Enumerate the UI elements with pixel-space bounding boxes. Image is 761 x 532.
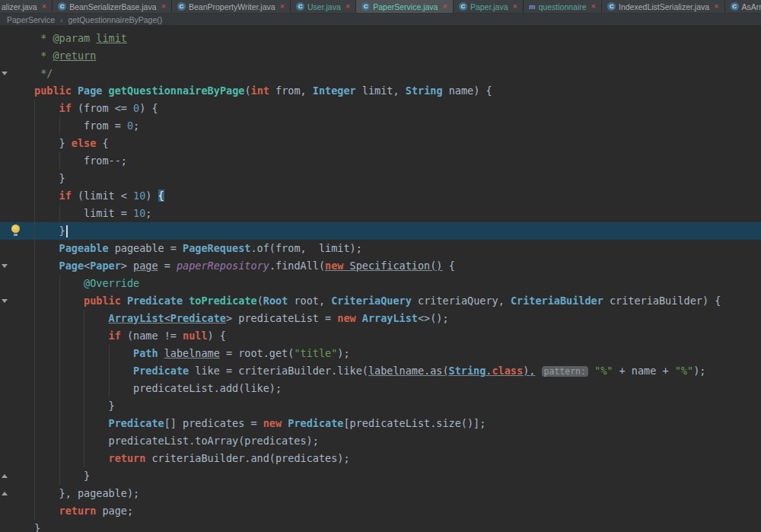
gutter (0, 135, 34, 152)
code-line[interactable]: } else { (0, 135, 761, 152)
code-line[interactable]: Path labelname = root.get("title"); (0, 345, 761, 362)
code-line[interactable]: if (limit < 10) { (0, 187, 761, 205)
code-token: [predicateList.size()]; (343, 417, 486, 429)
code-line[interactable]: * @param limit (0, 30, 761, 47)
code-token (183, 295, 189, 307)
code-line[interactable]: }, pageable); (0, 485, 761, 502)
code-line[interactable]: from = 0; (0, 117, 761, 135)
indent-guide (34, 205, 84, 222)
code-token: Path (133, 347, 158, 359)
indent-guide (34, 170, 59, 187)
tab-close-icon[interactable]: × (280, 2, 285, 11)
code-token: 0 (133, 102, 139, 114)
code-token: 10 (133, 207, 145, 219)
code-token: if (59, 190, 72, 202)
fold-down-icon[interactable] (2, 264, 8, 268)
code-token: criteriaQuery, (412, 295, 511, 307)
code-token: pattern: (542, 366, 588, 377)
tab-close-icon[interactable]: × (42, 2, 46, 11)
code-line[interactable]: } (0, 170, 761, 187)
code-token: ( (244, 84, 250, 97)
code-line[interactable]: predicateList.add(like); (0, 380, 761, 397)
code-token: Paper (90, 260, 121, 272)
code-token: } (34, 522, 40, 532)
tab-beanpropertywriter-java[interactable]: CBeanPropertyWriter.java× (172, 0, 291, 13)
indent-guide (34, 397, 109, 415)
indent-guide (34, 485, 59, 502)
tab-user-java[interactable]: CUser.java× (291, 0, 356, 13)
code-line[interactable]: if (from <= 0) { (0, 100, 761, 117)
intention-bulb-icon[interactable] (11, 225, 20, 233)
tab-close-icon[interactable]: × (714, 2, 718, 11)
indent-guide (34, 222, 59, 240)
tab-label: Paper.java (470, 2, 508, 11)
code-line[interactable]: } (0, 520, 761, 532)
code-token: toPredicate (189, 295, 256, 307)
tab-alizer-java[interactable]: alizer.java× (0, 0, 53, 13)
fold-up-icon[interactable] (2, 474, 8, 478)
code-line[interactable]: public Predicate toPredicate(Root root, … (0, 292, 761, 310)
code-token: + name + (613, 365, 674, 377)
code-token (121, 295, 127, 307)
code-line[interactable]: } (0, 467, 761, 485)
tab-close-icon[interactable]: × (345, 2, 350, 11)
code-token: getQuestionnaireByPage (109, 84, 245, 97)
tab-beanserializerbase-java[interactable]: CBeanSerializerBase.java× (53, 0, 172, 13)
fold-up-icon[interactable] (2, 492, 8, 495)
code-token: ), (523, 365, 535, 377)
gutter (0, 327, 34, 345)
code-line[interactable]: from--; (0, 152, 761, 170)
indent-guide (34, 117, 84, 135)
breadcrumb-item-method[interactable]: getQuestionnaireByPage() (68, 15, 163, 24)
tab-paper-java[interactable]: CPaper.java× (454, 0, 524, 13)
code-line[interactable]: Predicate[] predicates = new Predicate[p… (0, 415, 761, 432)
code-token: ) (145, 190, 158, 202)
code-line[interactable]: predicateList.toArray(predicates); (0, 432, 761, 450)
code-line[interactable]: @Override (0, 275, 761, 292)
gutter (0, 205, 34, 222)
code-token: Page (78, 84, 103, 97)
code-token: } (84, 470, 90, 482)
code-line[interactable]: Page<Paper> page = paperRepository.findA… (0, 257, 761, 275)
code-line[interactable]: ArrayList<Predicate> predicateList = new… (0, 310, 761, 327)
gutter (0, 222, 34, 240)
code-token: { (158, 190, 164, 202)
tab-close-icon[interactable]: × (591, 2, 596, 11)
fold-down-icon[interactable] (2, 72, 8, 75)
tab-indexedlistserializer-java[interactable]: CIndexedListSerializer.java× (602, 0, 725, 13)
fold-down-icon[interactable] (2, 299, 8, 303)
code-token: from = (84, 119, 127, 132)
java-class-icon: C (459, 2, 467, 11)
tab-label: BeanPropertyWriter.java (189, 2, 275, 11)
code-line[interactable]: if (name != null) { (0, 327, 761, 345)
code-token: > (121, 260, 133, 272)
code-line[interactable]: limit = 10; (0, 205, 761, 222)
code-token: labelname.as( (368, 365, 449, 377)
code-line[interactable]: return criteriaBuilder.and(predicates); (0, 450, 761, 467)
code-token: root, (288, 295, 331, 307)
code-token: (limit < (72, 190, 133, 202)
indent-guide (34, 152, 84, 170)
code-line[interactable]: return page; (0, 502, 761, 520)
gutter (0, 100, 34, 117)
breadcrumb-item-class[interactable]: PaperService (7, 15, 55, 24)
code-line[interactable]: * @return (0, 47, 761, 65)
method-file-icon: m (529, 2, 536, 11)
tab-label: BeanSerializerBase.java (69, 2, 156, 11)
code-token: new (263, 417, 282, 429)
tab-close-icon[interactable]: × (513, 2, 517, 11)
tab-asarrayserializ[interactable]: CAsArraySerializ× (725, 0, 761, 13)
code-token: ); (337, 347, 349, 359)
code-line[interactable]: Predicate like = criteriaBuilder.like(la… (0, 362, 761, 380)
tab-paperservice-java[interactable]: CPaperService.java× (356, 0, 454, 13)
indent-guide (34, 467, 84, 485)
code-line[interactable]: Pageable pageable = PageRequest.of(from,… (0, 240, 761, 257)
code-line[interactable]: */ (0, 65, 761, 82)
tab-close-icon[interactable]: × (442, 2, 447, 11)
tab-close-icon[interactable]: × (161, 2, 166, 11)
code-line[interactable]: } (0, 222, 761, 240)
code-token: Predicate (127, 295, 183, 307)
tab-questionnaire[interactable]: mquestionnaire× (524, 0, 602, 13)
code-line[interactable]: } (0, 397, 761, 415)
code-line[interactable]: public Page getQuestionnaireByPage(int f… (0, 82, 761, 100)
